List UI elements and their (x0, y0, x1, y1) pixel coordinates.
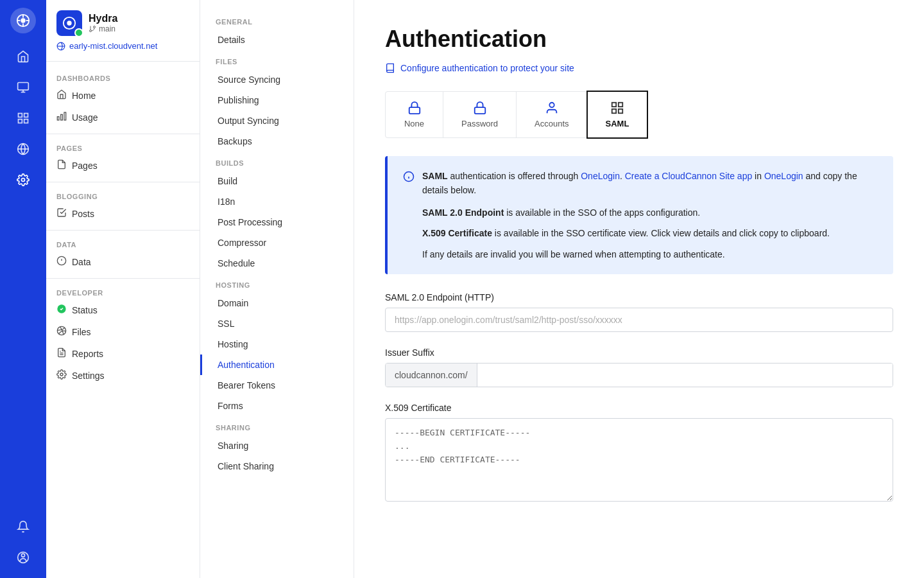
svg-rect-10 (24, 114, 28, 118)
svg-rect-42 (619, 109, 622, 113)
lock-password-icon (473, 101, 487, 115)
tab-accounts[interactable]: Accounts (517, 92, 587, 137)
mid-section-general: GENERAL (200, 10, 354, 30)
svg-rect-37 (474, 107, 485, 114)
sidebar-item-reports[interactable]: Reports (46, 343, 200, 365)
tab-saml[interactable]: SAML (588, 92, 647, 137)
mid-nav: GENERAL Details FILES Source Syncing Pub… (200, 0, 354, 578)
lock-none-icon (407, 101, 422, 115)
sidebar-item-pages[interactable]: Pages (46, 155, 200, 177)
mid-item-forms[interactable]: Forms (200, 396, 354, 416)
reports-icon (56, 347, 67, 360)
settings-icon (56, 369, 67, 382)
svg-rect-36 (409, 107, 420, 114)
globe-nav-icon[interactable] (10, 136, 36, 162)
sidebar-item-files[interactable]: Files (46, 321, 200, 343)
issuer-field-wrapper: cloudcannon.com/ (385, 363, 893, 387)
svg-rect-39 (612, 103, 616, 107)
svg-rect-26 (61, 114, 63, 120)
sidebar-item-settings[interactable]: Settings (46, 365, 200, 387)
project-url-link[interactable]: early-mist.cloudvent.net (56, 41, 189, 51)
mid-item-sharing[interactable]: Sharing (200, 435, 354, 456)
subtitle-link[interactable]: Configure authentication to protect your… (385, 63, 893, 73)
person-icon (545, 101, 559, 115)
issuer-label: Issuer Suffix (385, 347, 893, 358)
info-para3: X.509 Certificate is available in the SS… (422, 226, 878, 240)
book-icon (385, 63, 395, 73)
svg-point-19 (67, 21, 71, 25)
sidebar-item-usage[interactable]: Usage (46, 107, 200, 128)
project-icon (56, 10, 82, 36)
svg-point-22 (90, 30, 92, 32)
create-app-link[interactable]: Create a CloudCannon Site app (625, 171, 752, 181)
mid-item-backups[interactable]: Backups (200, 131, 354, 152)
user-nav-icon[interactable] (10, 545, 36, 570)
page-title: Authentication (385, 26, 893, 53)
issuer-input[interactable] (477, 363, 893, 387)
svg-rect-12 (24, 119, 28, 123)
info-para1: SAML authentication is offered through O… (422, 169, 878, 198)
mid-item-output-syncing[interactable]: Output Syncing (200, 110, 354, 131)
settings-nav-icon[interactable] (10, 167, 36, 193)
posts-icon (56, 207, 67, 220)
mid-item-bearer-tokens[interactable]: Bearer Tokens (200, 375, 354, 396)
svg-point-35 (60, 373, 63, 376)
tab-password[interactable]: Password (443, 92, 517, 137)
info-box: SAML authentication is offered through O… (385, 156, 893, 274)
home-icon (56, 89, 67, 102)
svg-rect-25 (64, 112, 66, 120)
mid-item-post-processing[interactable]: Post Processing (200, 212, 354, 232)
info-icon (403, 170, 415, 188)
app-logo[interactable] (10, 8, 36, 33)
sidebar: Hydra main early-mist.cloudvent.net DASH… (46, 0, 200, 578)
certificate-textarea[interactable] (385, 418, 893, 502)
sidebar-item-data[interactable]: Data (46, 251, 200, 273)
mid-section-sharing: SHARING (200, 416, 354, 435)
mid-item-build[interactable]: Build (200, 171, 354, 191)
section-label-data: DATA (46, 236, 200, 251)
project-branch: main (89, 24, 117, 33)
svg-point-17 (22, 554, 25, 557)
onelogin-link2[interactable]: OneLogin (764, 171, 803, 181)
mid-item-ssl[interactable]: SSL (200, 313, 354, 334)
grid-nav-icon[interactable] (10, 105, 36, 131)
svg-rect-11 (19, 119, 22, 123)
mid-item-source-syncing[interactable]: Source Syncing (200, 69, 354, 90)
section-label-developer: DEVELOPER (46, 284, 200, 299)
sidebar-item-home[interactable]: Home (46, 85, 200, 107)
monitor-nav-icon[interactable] (10, 74, 36, 100)
main-content: Authentication Configure authentication … (354, 0, 924, 578)
mid-item-details[interactable]: Details (200, 30, 354, 50)
usage-icon (56, 111, 67, 124)
mid-section-builds: BUILDS (200, 152, 354, 171)
mid-item-schedule[interactable]: Schedule (200, 253, 354, 274)
mid-item-hosting[interactable]: Hosting (200, 334, 354, 355)
svg-rect-27 (57, 117, 59, 120)
sidebar-item-status[interactable]: Status (46, 299, 200, 321)
icon-bar (0, 0, 46, 578)
endpoint-field-group: SAML 2.0 Endpoint (HTTP) (385, 292, 893, 332)
mid-item-i18n[interactable]: I18n (200, 191, 354, 212)
endpoint-label: SAML 2.0 Endpoint (HTTP) (385, 292, 893, 302)
mid-item-compressor[interactable]: Compressor (200, 232, 354, 253)
bell-nav-icon[interactable] (10, 514, 36, 539)
project-status-badge (74, 28, 83, 37)
certificate-label: X.509 Certificate (385, 403, 893, 413)
endpoint-input[interactable] (385, 308, 893, 332)
mid-item-domain[interactable]: Domain (200, 293, 354, 313)
onelogin-link1[interactable]: OneLogin (581, 171, 620, 181)
tab-none[interactable]: None (386, 92, 443, 137)
auth-tabs: None Password Accounts SAML (385, 91, 647, 138)
sidebar-item-posts[interactable]: Posts (46, 203, 200, 225)
section-label-pages: PAGES (46, 139, 200, 155)
project-header: Hydra main early-mist.cloudvent.net (46, 10, 200, 62)
issuer-field-group: Issuer Suffix cloudcannon.com/ (385, 347, 893, 387)
mid-item-authentication[interactable]: Authentication (200, 355, 354, 375)
svg-point-38 (549, 103, 554, 107)
mid-item-client-sharing[interactable]: Client Sharing (200, 456, 354, 477)
section-label-blogging: BLOGGING (46, 188, 200, 203)
info-para2: SAML 2.0 Endpoint is available in the SS… (422, 206, 878, 220)
mid-item-publishing[interactable]: Publishing (200, 90, 354, 110)
certificate-field-group: X.509 Certificate (385, 403, 893, 504)
home-nav-icon[interactable] (10, 44, 36, 69)
